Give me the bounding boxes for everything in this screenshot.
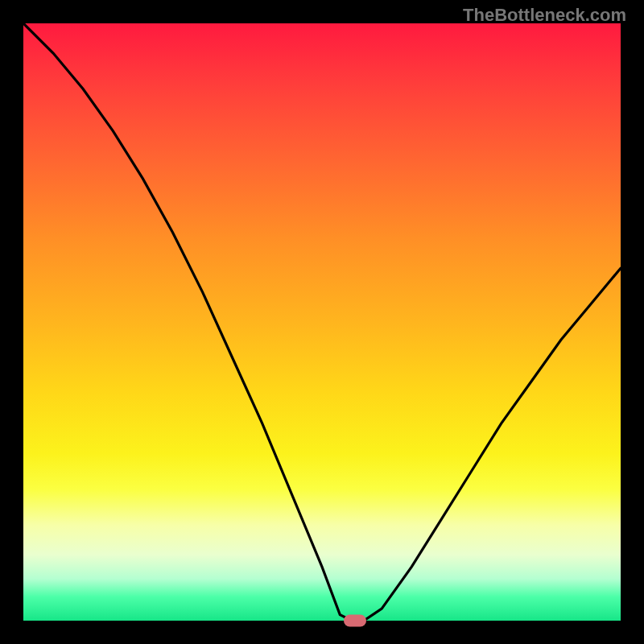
plot-area: [23, 23, 621, 621]
optimal-point-marker: [344, 615, 366, 627]
watermark-text: TheBottleneck.com: [463, 5, 626, 26]
bottleneck-curve: [23, 23, 621, 621]
chart-container: TheBottleneck.com: [0, 0, 644, 644]
